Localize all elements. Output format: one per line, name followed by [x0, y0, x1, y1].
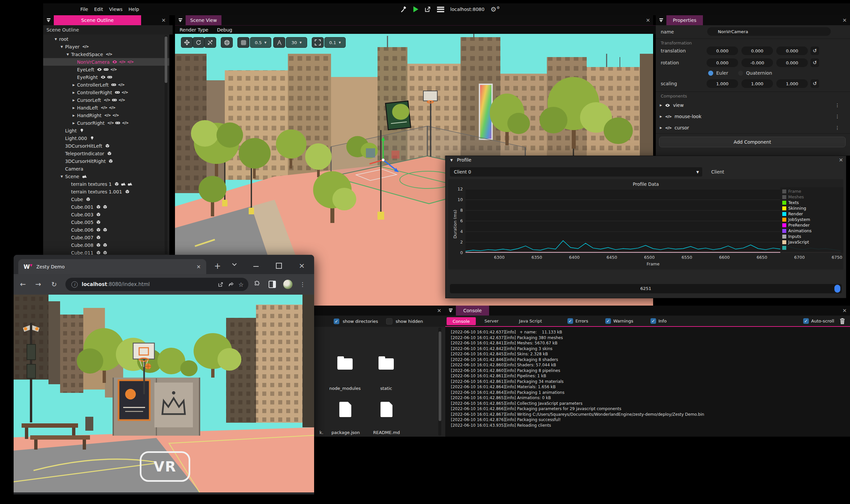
show-directories-checkbox[interactable]: ✓: [334, 319, 339, 324]
file-item-label[interactable]: README.md: [373, 430, 400, 435]
expand-arrow-icon[interactable]: ▶: [660, 104, 662, 107]
tree-item-cube-007[interactable]: Cube.007: [43, 234, 169, 241]
panel-menu-icon[interactable]: [47, 18, 51, 22]
rotation-z-field[interactable]: 0.000: [776, 58, 808, 67]
forward-icon[interactable]: →: [34, 280, 43, 289]
tree-item-cube-003[interactable]: Cube.003: [43, 211, 169, 218]
url-bar[interactable]: i localhost:8080/index.html ☆: [65, 278, 248, 291]
close-icon[interactable]: ×: [646, 18, 650, 23]
legend-item-skinning[interactable]: Skinning: [782, 205, 842, 211]
expand-arrow-icon[interactable]: ▼: [52, 37, 59, 41]
bookmark-star-icon[interactable]: ☆: [238, 281, 244, 288]
tree-item-light-000[interactable]: Light.000: [43, 134, 169, 142]
legend-item-render[interactable]: Render: [782, 211, 842, 217]
avatar[interactable]: [283, 280, 293, 289]
browser-tab[interactable]: W▼ Zesty Demo ×: [18, 259, 206, 274]
tree-item-cube-008[interactable]: Cube.008: [43, 241, 169, 249]
tree-item-teleportindicator[interactable]: TeleportIndicator: [43, 150, 169, 157]
window-chevron-icon[interactable]: [231, 262, 238, 267]
rotate-snap-dropdown[interactable]: 30▼: [286, 37, 307, 48]
tree-item-trackedspace[interactable]: ▼TrackedSpace</>: [43, 50, 169, 58]
collapse-triangle-icon[interactable]: ▼: [450, 158, 453, 162]
folder-icon[interactable]: [337, 358, 353, 370]
reload-icon[interactable]: ↻: [50, 280, 59, 289]
legend-item-prerender[interactable]: PreRender: [782, 222, 842, 228]
frame-slider[interactable]: 6251: [450, 284, 842, 293]
tree-item-cube-005[interactable]: Cube.005: [43, 218, 169, 226]
console-subtab-javascript[interactable]: Java Script: [519, 319, 542, 324]
scaling-x-field[interactable]: 1.000: [707, 79, 738, 88]
file-item-label[interactable]: node_modules: [329, 386, 361, 391]
menu-edit[interactable]: Edit: [94, 7, 103, 12]
file-item-label[interactable]: static: [380, 386, 392, 391]
window-maximize-icon[interactable]: [276, 263, 282, 269]
warnings-checkbox[interactable]: ✓: [605, 318, 611, 324]
folder-icon[interactable]: [379, 358, 394, 370]
extensions-puzzle-icon[interactable]: [253, 281, 260, 288]
rotation-y-field[interactable]: -0.000: [742, 58, 773, 67]
collapse-arrow-icon[interactable]: ▶: [70, 91, 77, 94]
site-info-icon[interactable]: i: [71, 281, 78, 288]
euler-radio[interactable]: [708, 71, 713, 76]
browser-menu-icon[interactable]: ⋮: [298, 280, 307, 289]
component-menu-icon[interactable]: ⋮: [835, 125, 840, 130]
tree-item-cube-001[interactable]: Cube.001: [43, 203, 169, 211]
info-checkbox[interactable]: ✓: [650, 318, 656, 324]
name-field[interactable]: NonVrCamera: [707, 27, 831, 36]
tab-scene-view[interactable]: Scene View: [186, 15, 222, 25]
menu-debug[interactable]: Debug: [217, 27, 232, 33]
legend-item-jobsystem[interactable]: JobSystem: [782, 217, 842, 222]
legend-item-frame[interactable]: Frame: [782, 188, 842, 194]
file-item-label-partial[interactable]: k.: [319, 430, 324, 435]
translate-tool-button[interactable]: [181, 37, 193, 48]
back-icon[interactable]: ←: [18, 280, 28, 289]
close-icon[interactable]: ×: [843, 18, 847, 23]
legend-item-texts[interactable]: Texts: [782, 200, 842, 205]
file-icon[interactable]: [339, 402, 351, 417]
scaling-y-field[interactable]: 1.000: [742, 79, 773, 88]
enter-vr-button[interactable]: VR: [140, 451, 190, 482]
tab-properties[interactable]: Properties: [666, 15, 703, 25]
file-grid-scrollbar[interactable]: [438, 327, 441, 436]
collapse-arrow-icon[interactable]: ▶: [70, 122, 77, 125]
console-subtab-console[interactable]: Console: [447, 317, 476, 325]
tree-item-eyeleft[interactable]: EyeLeft</>: [43, 66, 169, 73]
window-minimize-icon[interactable]: [253, 266, 259, 267]
legend-item-inputs[interactable]: Inputs: [782, 234, 842, 239]
expand-arrow-icon[interactable]: ▶: [660, 115, 662, 118]
tree-item-eyeright[interactable]: EyeRight: [43, 73, 169, 81]
collapse-arrow-icon[interactable]: ▶: [70, 114, 77, 117]
reset-rotation-button[interactable]: ↺: [811, 58, 819, 67]
menu-help[interactable]: Help: [128, 7, 139, 12]
tree-item-handright[interactable]: ▶HandRight</></>: [43, 111, 169, 119]
server-address[interactable]: localhost:8080: [450, 7, 484, 12]
server-icon[interactable]: [437, 7, 444, 12]
settings-gears-icon[interactable]: ⚙⚙: [490, 6, 500, 13]
collapse-arrow-icon[interactable]: ▶: [70, 83, 77, 87]
tab-console[interactable]: Console: [456, 306, 489, 316]
world-space-button[interactable]: [221, 37, 233, 48]
play-icon[interactable]: [413, 6, 418, 12]
menu-render-type[interactable]: Render Type: [180, 27, 208, 33]
legend-item-animations[interactable]: Animations: [782, 228, 842, 234]
file-item-label[interactable]: package.json: [331, 430, 360, 435]
tree-item-nonvrcamera[interactable]: NonVrCamera</></>: [43, 58, 169, 66]
reset-translation-button[interactable]: ↺: [811, 47, 819, 55]
add-component-button[interactable]: Add Component: [659, 137, 846, 147]
legend-item-meshes[interactable]: Meshes: [782, 194, 842, 200]
tab-scene-outline[interactable]: Scene Outline: [54, 15, 141, 25]
tree-item-handleft[interactable]: ▶HandLeft</></>: [43, 104, 169, 111]
share-icon[interactable]: [228, 281, 235, 287]
component-row-view[interactable]: ▶view⋮: [660, 101, 846, 109]
tree-item-scene[interactable]: ▼Scene: [43, 173, 169, 180]
tree-item-player[interactable]: ▼Player</>: [43, 43, 169, 50]
translation-y-field[interactable]: 0.000: [742, 47, 773, 55]
rotation-x-field[interactable]: 0.000: [707, 58, 738, 67]
frame-slider-handle[interactable]: [834, 285, 840, 293]
file-icon[interactable]: [381, 402, 393, 417]
expand-arrow-icon[interactable]: ▼: [65, 53, 71, 56]
panel-menu-icon[interactable]: [178, 18, 183, 22]
tree-item-3dcursorhitleft[interactable]: 3DCursorHitLeft: [43, 142, 169, 150]
translate-snap-dropdown[interactable]: 0.5▼: [250, 37, 271, 48]
close-icon[interactable]: ×: [437, 308, 441, 313]
